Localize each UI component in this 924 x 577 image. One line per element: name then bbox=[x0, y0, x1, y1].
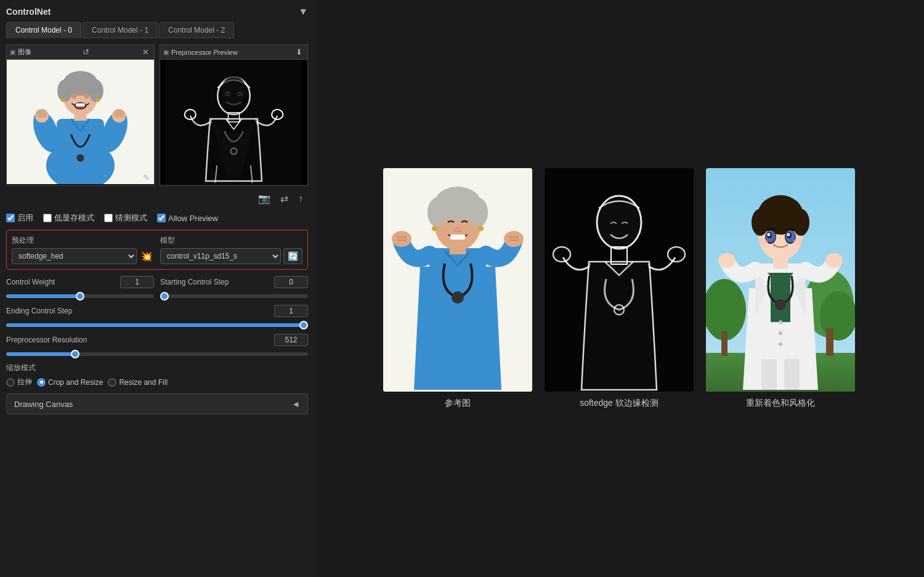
ending-step-label-row: Ending Control Step bbox=[6, 305, 308, 317]
svg-point-75 bbox=[718, 253, 736, 268]
preview-image-label: Preprocessor Preview bbox=[171, 49, 238, 56]
fire-button[interactable]: 💥 bbox=[139, 249, 154, 264]
preprocessor-resolution-section: Preprocessor Resolution bbox=[6, 334, 308, 358]
control-weight-slider[interactable] bbox=[6, 294, 154, 298]
softedge-svg bbox=[545, 168, 694, 392]
starting-step-label-row: Starting Control Step bbox=[160, 276, 308, 288]
svg-rect-97 bbox=[784, 359, 800, 390]
brush-button[interactable]: ✎ bbox=[141, 172, 152, 183]
starting-step-label: Starting Control Step bbox=[160, 278, 229, 286]
download-button[interactable]: ⬇ bbox=[294, 47, 304, 57]
zoom-label-stretch: 拉伸 bbox=[17, 377, 32, 387]
starting-step-slider[interactable] bbox=[160, 294, 308, 298]
left-panel: ControlNet ▼ Control Model - 0 Control M… bbox=[0, 0, 314, 577]
guess-mode-checkbox[interactable] bbox=[104, 214, 113, 222]
zoom-label: 缩放模式 bbox=[6, 363, 308, 373]
model-column: 模型 control_v11p_sd15_s control_v11p_sd15… bbox=[160, 235, 302, 264]
gallery-img-1[interactable] bbox=[545, 168, 694, 392]
svg-rect-71 bbox=[721, 331, 727, 356]
svg-point-76 bbox=[825, 253, 843, 268]
panel-collapse-arrow[interactable]: ▼ bbox=[298, 6, 308, 17]
zoom-option-resize-fill[interactable]: Resize and Fill bbox=[108, 378, 168, 387]
gallery-img-2[interactable] bbox=[706, 168, 855, 392]
svg-rect-18 bbox=[76, 103, 84, 107]
ending-step-slider[interactable] bbox=[6, 323, 308, 327]
model-select-row: control_v11p_sd15_s control_v11p_sd15_ca… bbox=[160, 248, 302, 264]
svg-point-21 bbox=[96, 99, 100, 102]
zoom-label-resize-fill: Resize and Fill bbox=[119, 378, 168, 387]
tab-control-model-1[interactable]: Control Model - 1 bbox=[83, 22, 158, 38]
preprocessor-column: 预处理 softedge_hed softedge_pidinet none 💥 bbox=[12, 235, 154, 264]
svg-point-12 bbox=[57, 79, 72, 102]
low-memory-checkbox[interactable] bbox=[43, 214, 52, 222]
preview-image-placeholder[interactable] bbox=[160, 60, 307, 184]
model-select[interactable]: control_v11p_sd15_s control_v11p_sd15_ca… bbox=[160, 248, 281, 264]
svg-point-20 bbox=[61, 99, 65, 102]
enable-checkbox-item[interactable]: 启用 bbox=[6, 212, 33, 224]
svg-point-81 bbox=[752, 209, 769, 236]
preprocessor-resolution-slider[interactable] bbox=[6, 352, 308, 356]
tab-control-model-0[interactable]: Control Model - 0 bbox=[6, 22, 81, 38]
control-weight-value[interactable] bbox=[120, 276, 154, 288]
svg-point-13 bbox=[89, 79, 103, 102]
svg-point-15 bbox=[84, 93, 89, 99]
zoom-radio-stretch[interactable] bbox=[6, 378, 15, 387]
svg-point-95 bbox=[779, 342, 782, 346]
svg-rect-39 bbox=[429, 248, 486, 328]
gallery-item-1: softedge 软边缘检测 bbox=[545, 168, 694, 409]
allow-preview-checkbox[interactable] bbox=[157, 214, 166, 222]
enable-checkbox[interactable] bbox=[6, 214, 15, 222]
svg-point-93 bbox=[779, 320, 782, 324]
zoom-radio-crop-resize[interactable] bbox=[37, 378, 46, 387]
swap-button[interactable]: ⇄ bbox=[278, 191, 290, 206]
preprocessor-label: 预处理 bbox=[12, 235, 154, 246]
preproc-model-section: 预处理 softedge_hed softedge_pidinet none 💥… bbox=[6, 230, 308, 270]
right-panel: 参考图 bbox=[314, 0, 924, 577]
svg-rect-51 bbox=[450, 235, 465, 240]
double-slider-row: Control Weight Starting Control Step bbox=[6, 276, 308, 300]
zoom-option-crop-resize[interactable]: Crop and Resize bbox=[37, 378, 103, 387]
svg-point-8 bbox=[113, 110, 124, 118]
starting-step-col: Starting Control Step bbox=[160, 276, 308, 300]
allow-preview-label: Allow Preview bbox=[168, 214, 218, 223]
low-memory-checkbox-item[interactable]: 低显存模式 bbox=[43, 212, 94, 224]
svg-point-89 bbox=[768, 233, 771, 236]
low-memory-label: 低显存模式 bbox=[54, 212, 94, 224]
starting-step-value[interactable] bbox=[274, 276, 308, 288]
close-button[interactable]: ✕ bbox=[140, 47, 151, 57]
drawing-canvas-arrow: ◄ bbox=[291, 399, 300, 409]
svg-point-36 bbox=[221, 76, 246, 105]
reference-photo-svg bbox=[383, 168, 532, 392]
preproc-model-row: 预处理 softedge_hed softedge_pidinet none 💥… bbox=[12, 235, 302, 264]
svg-point-49 bbox=[428, 198, 447, 227]
preprocessor-resolution-value[interactable] bbox=[274, 334, 308, 346]
gallery-caption-2: 重新着色和风格化 bbox=[746, 398, 815, 409]
gallery-img-0[interactable] bbox=[383, 168, 532, 392]
guess-mode-checkbox-item[interactable]: 猜测模式 bbox=[104, 212, 147, 224]
checkbox-row: 启用 低显存模式 猜测模式 Allow Preview bbox=[6, 212, 308, 224]
zoom-option-stretch[interactable]: 拉伸 bbox=[6, 377, 32, 387]
zoom-radio-resize-fill[interactable] bbox=[108, 378, 116, 387]
controls-row: 📷 ⇄ ↑ bbox=[6, 191, 308, 206]
refresh-button[interactable]: ↺ bbox=[81, 47, 91, 57]
drawing-canvas-row[interactable]: Drawing Canvas ◄ bbox=[6, 393, 308, 414]
tab-control-model-2[interactable]: Control Model - 2 bbox=[159, 22, 234, 38]
send-up-button[interactable]: ↑ bbox=[296, 191, 305, 206]
svg-point-53 bbox=[432, 226, 437, 231]
control-weight-label: Control Weight bbox=[6, 278, 55, 286]
svg-point-19 bbox=[76, 155, 84, 162]
source-image-header: ▣ 图像 ↺ ✕ bbox=[7, 45, 154, 60]
source-image-placeholder[interactable] bbox=[7, 60, 154, 184]
svg-point-92 bbox=[793, 239, 803, 245]
allow-preview-checkbox-item[interactable]: Allow Preview bbox=[157, 214, 218, 223]
svg-rect-96 bbox=[761, 359, 777, 390]
control-weight-col: Control Weight bbox=[6, 276, 154, 300]
gallery-row: 参考图 bbox=[383, 168, 855, 409]
sync-button[interactable]: 🔄 bbox=[283, 248, 302, 264]
svg-point-7 bbox=[36, 110, 47, 118]
svg-rect-72 bbox=[826, 328, 833, 356]
preprocessor-select[interactable]: softedge_hed softedge_pidinet none bbox=[12, 248, 137, 264]
ending-step-value[interactable] bbox=[274, 305, 308, 317]
camera-button[interactable]: 📷 bbox=[256, 191, 272, 206]
svg-point-54 bbox=[479, 226, 484, 231]
